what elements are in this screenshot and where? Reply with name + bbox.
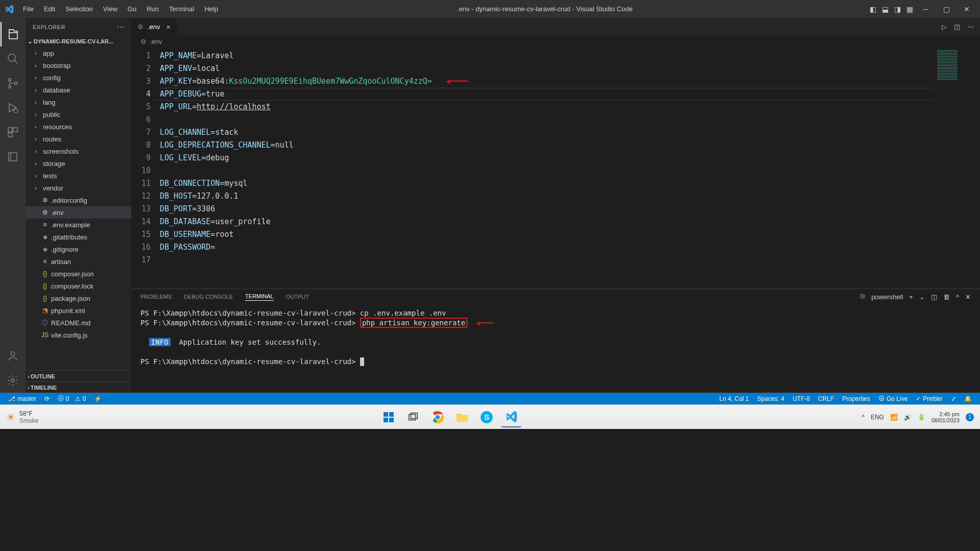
layout-customize-icon[interactable]: ▦ <box>903 5 916 13</box>
folder-app[interactable]: ›app <box>26 47 131 59</box>
folder-public[interactable]: ›public <box>26 108 131 121</box>
new-terminal-icon[interactable]: + <box>909 293 913 301</box>
notifications-icon[interactable]: 🔔 <box>960 395 976 402</box>
menu-run[interactable]: Run <box>141 0 164 18</box>
accounts-icon[interactable] <box>1 344 25 368</box>
task-view-icon[interactable] <box>403 407 423 427</box>
cursor-position[interactable]: Ln 4, Col 1 <box>715 395 753 402</box>
maximize-icon[interactable]: ▢ <box>936 5 957 13</box>
menu-terminal[interactable]: Terminal <box>164 0 199 18</box>
problems-status[interactable]: ⓧ0 ⚠0 <box>54 394 90 403</box>
git-branch[interactable]: ⎇master <box>4 395 40 402</box>
file-tree[interactable]: ›app›bootstrap›config›database›lang›publ… <box>26 47 131 370</box>
menu-edit[interactable]: Edit <box>39 0 60 18</box>
maximize-panel-icon[interactable]: ^ <box>956 293 959 301</box>
terminal-shell-icon[interactable]: ⧁ <box>860 293 865 301</box>
tab-env[interactable]: ⚙ .env × <box>131 18 177 36</box>
encoding[interactable]: UTF-8 <box>788 395 814 402</box>
menu-file[interactable]: File <box>18 0 39 18</box>
breadcrumb[interactable]: ⚙ .env <box>131 36 980 47</box>
file-composer.json[interactable]: {}composer.json <box>26 268 131 280</box>
section-outline[interactable]: ›OUTLINE <box>26 370 131 381</box>
close-icon[interactable]: ✕ <box>957 5 977 13</box>
go-live[interactable]: ⦿Go Live <box>874 395 912 402</box>
tab-debug-console[interactable]: DEBUG CONSOLE <box>184 294 233 300</box>
folder-resources[interactable]: ›resources <box>26 121 131 133</box>
settings-gear-icon[interactable] <box>1 368 25 393</box>
file-vite.config.js[interactable]: JSvite.config.js <box>26 329 131 341</box>
file-explorer-icon[interactable] <box>452 407 472 427</box>
menu-go[interactable]: Go <box>123 0 141 18</box>
prettier-status[interactable]: ✓Prettier <box>912 395 947 402</box>
terminal[interactable]: PS F:\Xampp\htdocs\dynamic-resume-cv-lar… <box>131 304 980 393</box>
notification-badge[interactable]: 1 <box>966 413 974 421</box>
menu-help[interactable]: Help <box>199 0 223 18</box>
port-icon[interactable]: ⚡ <box>90 395 106 402</box>
project-manager-icon[interactable] <box>1 145 25 169</box>
menu-view[interactable]: View <box>98 0 123 18</box>
vscode-taskbar-icon[interactable] <box>501 407 521 427</box>
run-debug-icon[interactable] <box>1 95 25 120</box>
minimize-icon[interactable]: ─ <box>916 5 936 13</box>
search-icon[interactable] <box>1 46 25 71</box>
run-icon[interactable]: ▷ <box>942 23 947 31</box>
volume-icon[interactable]: 🔊 <box>904 414 912 421</box>
more-actions-icon[interactable]: ⋯ <box>117 23 125 31</box>
split-terminal-icon[interactable]: ◫ <box>931 293 937 301</box>
tab-output[interactable]: OUTPUT <box>286 294 309 300</box>
file-artisan[interactable]: ≡artisan <box>26 255 131 268</box>
code-content[interactable]: APP_NAME=LaravelAPP_ENV=localAPP_KEY=bas… <box>160 47 934 289</box>
tray-language[interactable]: ENG <box>871 414 884 421</box>
file-.gitignore[interactable]: ◆.gitignore <box>26 243 131 255</box>
start-button[interactable] <box>378 407 399 427</box>
file-composer.lock[interactable]: {}composer.lock <box>26 280 131 292</box>
split-editor-icon[interactable]: ◫ <box>954 23 960 31</box>
editor-body[interactable]: 1234567891011121314151617 APP_NAME=Larav… <box>131 47 980 289</box>
folder-database[interactable]: ›database <box>26 84 131 96</box>
kill-terminal-icon[interactable]: 🗑 <box>943 293 950 301</box>
more-icon[interactable]: ⋯ <box>967 23 974 31</box>
folder-bootstrap[interactable]: ›bootstrap <box>26 59 131 71</box>
folder-screenshots[interactable]: ›screenshots <box>26 145 131 157</box>
file-README.md[interactable]: ⓘREADME.md <box>26 317 131 329</box>
feedback-icon[interactable]: ⤤ <box>947 395 960 402</box>
tab-problems[interactable]: PROBLEMS <box>140 294 172 300</box>
battery-icon[interactable]: 🔋 <box>918 414 925 421</box>
tray-chevron-icon[interactable]: ^ <box>862 414 865 421</box>
chrome-icon[interactable] <box>427 407 448 427</box>
folder-root[interactable]: ⌄ DYNAMIC-RESUME-CV-LAR... <box>26 36 131 47</box>
wifi-icon[interactable]: 📶 <box>890 414 898 421</box>
source-control-icon[interactable] <box>1 71 25 95</box>
folder-lang[interactable]: ›lang <box>26 96 131 108</box>
eol[interactable]: CRLF <box>814 395 838 402</box>
section-timeline[interactable]: ›TIMELINE <box>26 381 131 393</box>
file-.env[interactable]: ⚙.env <box>26 206 131 219</box>
language-mode[interactable]: Properties <box>838 395 874 402</box>
folder-routes[interactable]: ›routes <box>26 133 131 145</box>
sync-icon[interactable]: ⟳ <box>40 395 54 402</box>
close-tab-icon[interactable]: × <box>166 23 171 31</box>
file-.editorconfig[interactable]: ⚙.editorconfig <box>26 194 131 206</box>
taskbar-clock[interactable]: 2:45 pm 08/01/2023 <box>931 411 960 423</box>
terminal-shell-label[interactable]: powershell <box>871 293 903 301</box>
folder-config[interactable]: ›config <box>26 71 131 84</box>
tab-terminal[interactable]: TERMINAL <box>245 293 274 301</box>
skype-icon[interactable]: S <box>476 407 497 427</box>
folder-tests[interactable]: ›tests <box>26 170 131 182</box>
layout-sidebar-right-icon[interactable]: ◨ <box>891 5 903 13</box>
taskbar-weather[interactable]: ☀ 58°F Smoke <box>6 410 38 424</box>
menu-selection[interactable]: Selection <box>60 0 98 18</box>
close-panel-icon[interactable]: ✕ <box>965 293 971 301</box>
terminal-dropdown-icon[interactable]: ⌄ <box>919 293 925 301</box>
file-package.json[interactable]: {}package.json <box>26 292 131 304</box>
extensions-icon[interactable] <box>1 120 25 145</box>
explorer-icon[interactable] <box>1 22 25 46</box>
indentation[interactable]: Spaces: 4 <box>753 395 788 402</box>
folder-storage[interactable]: ›storage <box>26 157 131 170</box>
file-phpunit.xml[interactable]: ⬔phpunit.xml <box>26 304 131 317</box>
file-.gitattributes[interactable]: ◆.gitattributes <box>26 231 131 243</box>
layout-panel-icon[interactable]: ⬓ <box>879 5 891 13</box>
minimap[interactable] <box>934 47 980 289</box>
file-.env.example[interactable]: ≡.env.example <box>26 219 131 231</box>
layout-sidebar-left-icon[interactable]: ◧ <box>867 5 879 13</box>
